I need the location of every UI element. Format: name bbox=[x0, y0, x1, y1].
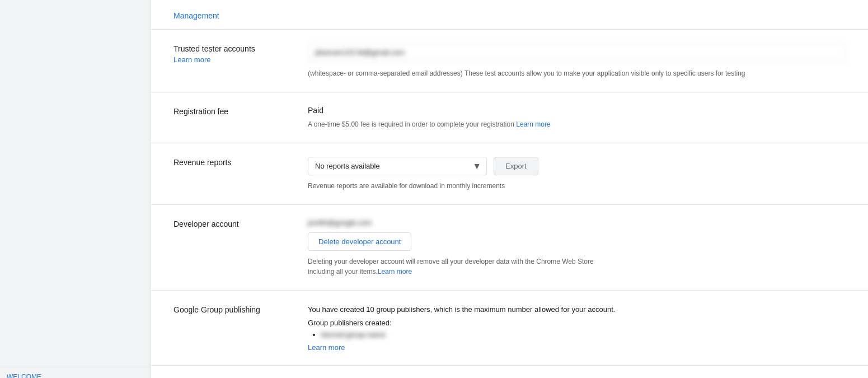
delete-account-learn-more[interactable]: Learn more bbox=[378, 268, 412, 276]
group-publishing-learn-more[interactable]: Learn more bbox=[308, 343, 345, 352]
groups-created-label: Group publishers created: bbox=[308, 319, 846, 327]
google-group-publishing-content: You have created 10 group publishers, wh… bbox=[308, 304, 846, 352]
revenue-reports-label: Revenue reports bbox=[173, 157, 308, 191]
developer-account-content: jsmith@google.com Delete developer accou… bbox=[308, 218, 846, 277]
delete-account-description: Deleting your developer account will rem… bbox=[308, 256, 599, 277]
main-content: Management Trusted tester accounts Learn… bbox=[151, 0, 868, 378]
group-name: blurred-group-name bbox=[321, 330, 386, 339]
developer-account-email: jsmith@google.com bbox=[308, 218, 846, 227]
developer-account-section: Developer account jsmith@google.com Dele… bbox=[151, 205, 868, 291]
revenue-controls: No reports available ▼ Export bbox=[308, 157, 846, 175]
welcome-text: WELCOME bbox=[7, 373, 144, 379]
welcome-bar: WELCOME Send feedback Show more bbox=[0, 367, 151, 379]
developer-account-label: Developer account bbox=[173, 218, 308, 277]
trusted-tester-section: Trusted tester accounts Learn more (whit… bbox=[151, 30, 868, 92]
trusted-tester-email-input[interactable] bbox=[308, 43, 846, 62]
group-publishing-description: You have created 10 group publishers, wh… bbox=[308, 304, 846, 315]
trusted-tester-label: Trusted tester accounts Learn more bbox=[173, 43, 308, 78]
delete-developer-account-button[interactable]: Delete developer account bbox=[308, 232, 411, 251]
registration-fee-section: Registration fee Paid A one-time $5.00 f… bbox=[151, 92, 868, 143]
registration-fee-content: Paid A one-time $5.00 fee is required in… bbox=[308, 106, 846, 129]
notifications-link[interactable]: Notifications bbox=[151, 366, 868, 379]
registration-fee-label: Registration fee bbox=[173, 106, 308, 129]
list-item: blurred-group-name bbox=[321, 330, 846, 339]
management-link[interactable]: Management bbox=[151, 0, 868, 29]
registration-fee-description: A one-time $5.00 fee is required in orde… bbox=[308, 119, 846, 129]
registration-fee-learn-more[interactable]: Learn more bbox=[516, 120, 550, 128]
revenue-dropdown[interactable]: No reports available bbox=[308, 157, 487, 175]
google-group-publishing-label: Google Group publishing bbox=[173, 304, 308, 352]
trusted-tester-learn-more[interactable]: Learn more bbox=[173, 55, 308, 64]
google-group-publishing-section: Google Group publishing You have created… bbox=[151, 291, 868, 366]
group-list: blurred-group-name bbox=[308, 330, 846, 339]
revenue-reports-section: Revenue reports No reports available ▼ E… bbox=[151, 143, 868, 205]
export-button[interactable]: Export bbox=[494, 157, 538, 175]
revenue-reports-hint: Revenue reports are available for downlo… bbox=[308, 181, 846, 191]
registration-fee-status: Paid bbox=[308, 106, 846, 115]
revenue-reports-content: No reports available ▼ Export Revenue re… bbox=[308, 157, 846, 191]
trusted-tester-hint: (whitespace- or comma-separated email ad… bbox=[308, 68, 846, 78]
left-panel: WELCOME Send feedback Show more bbox=[0, 0, 151, 378]
revenue-dropdown-wrapper: No reports available ▼ bbox=[308, 157, 487, 175]
trusted-tester-content: (whitespace- or comma-separated email ad… bbox=[308, 43, 846, 78]
